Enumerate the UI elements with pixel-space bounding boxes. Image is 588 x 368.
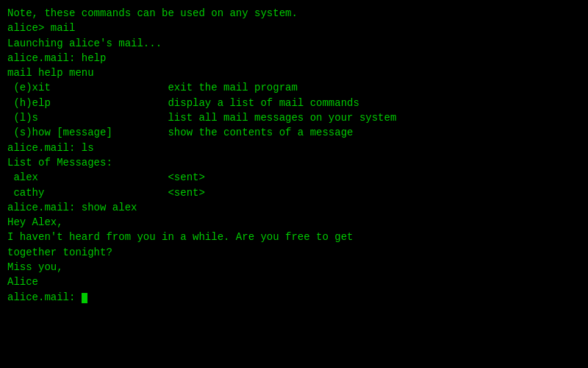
- terminal-line: together tonight?: [7, 245, 581, 260]
- terminal-line: alice.mail: help: [7, 51, 581, 66]
- terminal-window: Note, these commands can be used on any …: [0, 0, 588, 368]
- terminal-line: (e)xit exit the mail program: [7, 80, 581, 95]
- terminal-line: alice.mail:: [7, 290, 581, 305]
- terminal-line: Note, these commands can be used on any …: [7, 6, 581, 21]
- terminal-line: I haven't heard from you in a while. Are…: [7, 230, 581, 244]
- terminal-line: alice.mail: show alex: [7, 200, 581, 215]
- terminal-line: cathy <sent>: [7, 185, 581, 200]
- terminal-line: (h)elp display a list of mail commands: [7, 96, 581, 110]
- terminal-line: (s)how [message] show the contents of a …: [7, 125, 581, 140]
- terminal-line: Alice: [7, 275, 581, 289]
- terminal-line: alex <sent>: [7, 170, 581, 185]
- terminal-line: alice.mail: ls: [7, 141, 581, 155]
- terminal-line: List of Messages:: [7, 155, 581, 170]
- terminal-line: (l)s list all mail messages on your syst…: [7, 110, 581, 125]
- terminal-line: alice> mail: [7, 21, 581, 35]
- terminal-line: Hey Alex,: [7, 215, 581, 230]
- terminal-line: Launching alice's mail...: [7, 36, 581, 51]
- cursor: [82, 293, 87, 303]
- terminal-line: mail help menu: [7, 66, 581, 80]
- terminal-line: Miss you,: [7, 260, 581, 275]
